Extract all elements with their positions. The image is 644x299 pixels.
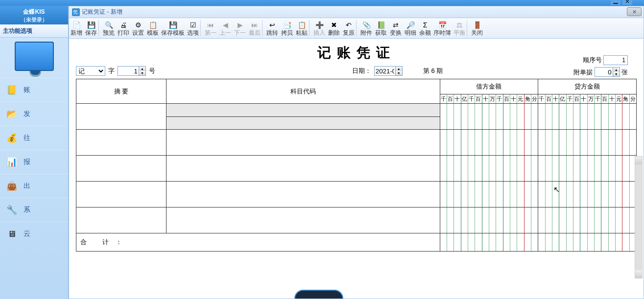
toolbar-变换[interactable]: ⇄变换 <box>388 18 403 38</box>
sidebar-item-1[interactable]: 📂发 <box>0 102 68 126</box>
window-title-bar: 记账凭证 - 新增 ✕ <box>69 6 644 18</box>
voucher-number-spinner[interactable]: ▲▼ <box>118 66 146 76</box>
digit-cell: 万 <box>489 94 496 103</box>
attach-spinner[interactable]: ▲▼ <box>595 67 620 77</box>
summary-cell[interactable] <box>76 182 167 207</box>
sidebar-item-2[interactable]: 💰往 <box>0 126 68 150</box>
digit-cell <box>552 233 559 251</box>
toolbar-上一: ◀上一 <box>218 18 233 38</box>
spin-up-icon[interactable]: ▲ <box>139 67 145 71</box>
date-up-icon[interactable]: ▲ <box>396 67 402 71</box>
sidebar-item-3[interactable]: 📊报 <box>0 150 68 174</box>
sidebar-item-5[interactable]: 🔧系 <box>0 198 68 222</box>
col-credit: 贷方金额 <box>538 79 637 94</box>
toolbar-icon: 📎 <box>362 21 371 29</box>
date-spinner[interactable]: ▲▼ <box>374 66 403 76</box>
toolbar-模板[interactable]: 📋模板 <box>145 18 160 38</box>
spin-down-icon[interactable]: ▼ <box>139 71 145 75</box>
subject-cell[interactable] <box>167 156 440 182</box>
vertical-scrollbar[interactable] <box>635 156 643 278</box>
nav-icon: 📒 <box>6 84 18 96</box>
toolbar-新增[interactable]: 📄新增 <box>69 18 84 38</box>
attach-down-icon[interactable]: ▼ <box>613 72 620 76</box>
nav-icon: 📊 <box>6 156 18 168</box>
voucher-icon <box>72 8 80 16</box>
digit-cell <box>461 233 468 251</box>
credit-cell[interactable] <box>538 104 637 130</box>
digit-cell: 百 <box>546 94 552 103</box>
attach-up-icon[interactable]: ▲ <box>613 68 620 72</box>
voucher-number-input[interactable] <box>118 66 139 76</box>
credit-cell[interactable] <box>538 156 637 182</box>
digit-cell: 十 <box>510 94 517 103</box>
date-down-icon[interactable]: ▼ <box>396 71 402 75</box>
toolbar-设置[interactable]: ⚙设置 <box>131 18 145 38</box>
number-label: 号 <box>149 67 155 75</box>
toolbar-拷贝[interactable]: 📑拷贝 <box>280 18 294 38</box>
toolbar-保存[interactable]: 💾保存 <box>84 18 98 38</box>
summary-cell[interactable] <box>76 156 167 182</box>
subject-cell[interactable] <box>167 182 440 207</box>
table-row[interactable] <box>76 104 637 130</box>
debit-cell[interactable] <box>440 130 538 156</box>
brand-name: 金蝶KIS <box>0 8 68 16</box>
credit-cell[interactable] <box>538 207 637 233</box>
app-close-icon[interactable] <box>622 0 632 5</box>
voucher-type-select[interactable]: 记 <box>76 66 105 76</box>
table-row[interactable] <box>76 182 637 207</box>
table-row[interactable] <box>76 130 637 156</box>
toolbar-icon: ⚙ <box>135 21 142 29</box>
summary-cell[interactable] <box>76 104 167 130</box>
main-function-tab[interactable]: 主功能选项 <box>0 24 68 38</box>
toolbar-icon: ➕ <box>315 21 324 29</box>
toolbar-打印[interactable]: 🖨打印 <box>116 18 131 38</box>
toolbar-附件[interactable]: 📎附件 <box>359 18 374 38</box>
debit-cell[interactable] <box>440 182 538 207</box>
toolbar-复原[interactable]: ↶复原 <box>341 18 356 38</box>
document-header-row: 记 字 ▲▼ 号 日期： ▲▼ 第 6 期 顺序号 <box>76 66 637 76</box>
voucher-type-combo[interactable]: 记 <box>76 66 105 76</box>
toolbar-icon: 🔍 <box>105 21 113 29</box>
debit-cell[interactable] <box>440 104 538 130</box>
voucher-table[interactable]: 摘 要 科目代码 借方金额 贷方金额 千百十亿千百十万千百十元角分 千百十亿千百… <box>76 79 637 252</box>
toolbar-选项[interactable]: ☑选项 <box>186 18 200 38</box>
debit-cell[interactable] <box>440 207 538 233</box>
subject-cell[interactable] <box>167 104 440 130</box>
summary-cell[interactable] <box>76 130 167 156</box>
toolbar-删除[interactable]: ✖删除 <box>327 18 341 38</box>
scroll-down-icon[interactable] <box>635 270 642 278</box>
toolbar-icon: 📋 <box>149 21 157 29</box>
seq-input[interactable] <box>603 55 628 65</box>
table-row[interactable] <box>76 156 637 182</box>
toolbar-预览[interactable]: 🔍预览 <box>101 18 116 38</box>
toolbar-获取[interactable]: 📗获取 <box>374 18 388 38</box>
date-input[interactable] <box>374 66 396 76</box>
digit-cell <box>503 233 510 251</box>
digit-cell <box>482 233 489 251</box>
sidebar-item-6[interactable]: 🖥云 <box>0 222 68 246</box>
subject-cell[interactable] <box>167 130 440 156</box>
credit-cell[interactable] <box>538 130 637 156</box>
toolbar-粘贴[interactable]: 📋粘贴 <box>294 18 309 38</box>
subject-cell[interactable] <box>167 207 440 233</box>
digit-cell: 百 <box>475 94 482 103</box>
minimize-icon[interactable] <box>611 0 620 5</box>
sidebar-item-0[interactable]: 📒账 <box>0 78 68 102</box>
toolbar-icon: 🚪 <box>473 21 481 29</box>
digit-cell <box>496 233 503 251</box>
toolbar-余额[interactable]: Σ余额 <box>418 18 432 38</box>
sidebar-item-4[interactable]: 👜出 <box>0 174 68 198</box>
toolbar-跳转[interactable]: ↩跳转 <box>265 18 280 38</box>
attach-input[interactable] <box>595 67 613 77</box>
toolbar-序时簿[interactable]: 📅序时簿 <box>432 18 452 38</box>
window-close-button[interactable]: ✕ <box>627 7 642 16</box>
credit-cell[interactable] <box>538 182 637 207</box>
scroll-up-icon[interactable] <box>635 157 642 164</box>
debit-cell[interactable] <box>440 156 538 182</box>
footer-pill[interactable] <box>294 290 343 299</box>
toolbar-保存模板[interactable]: 💾保存模板 <box>160 18 186 38</box>
toolbar-关闭[interactable]: 🚪关闭 <box>470 18 484 38</box>
table-row[interactable] <box>76 207 637 233</box>
summary-cell[interactable] <box>76 207 167 233</box>
toolbar-明细[interactable]: 🔎明细 <box>403 18 418 38</box>
